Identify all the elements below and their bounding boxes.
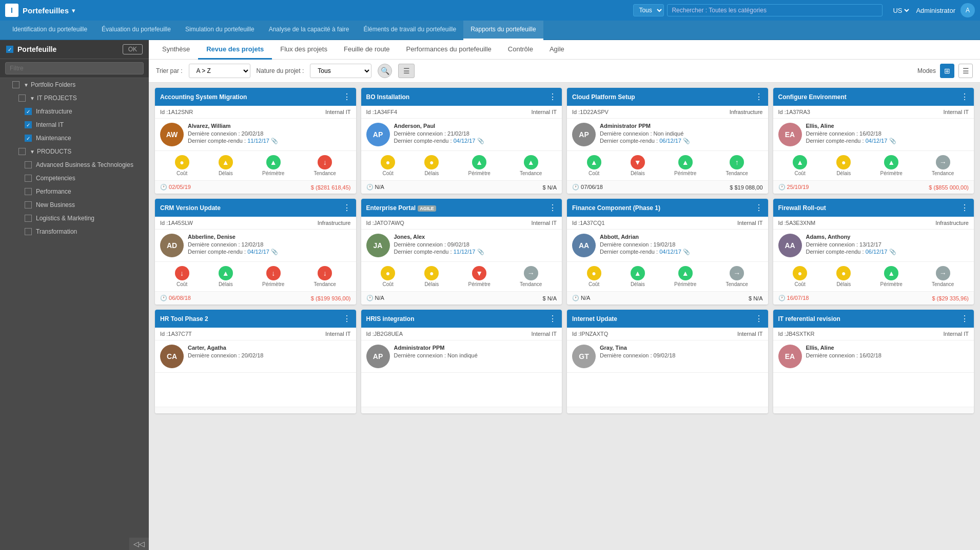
tab-flux[interactable]: Flux des projets (272, 40, 336, 60)
transformation-checkbox[interactable] (25, 228, 32, 235)
last-report-link[interactable]: 06/12/17 (866, 249, 888, 255)
card-menu-button[interactable]: ⋮ (343, 314, 351, 324)
last-login: Dernière connexion : 16/02/18 (806, 352, 969, 358)
last-report: Dernier compte-rendu : 04/12/17 📎 (600, 249, 690, 255)
sidebar-item-logistics-marketing[interactable]: Logistics & Marketing (0, 212, 149, 225)
sidebar-item-performance[interactable]: Performance (0, 185, 149, 198)
competencies-checkbox[interactable] (25, 175, 32, 182)
card-code: Id :JB2G8UEA (366, 331, 403, 337)
last-report-link[interactable]: 04/12/17 (866, 138, 888, 144)
sidebar-item-internal-it[interactable]: ✓ Internal IT (0, 118, 149, 131)
portfolio-dropdown[interactable]: ▾ (72, 7, 75, 14)
maintenance-checkbox[interactable]: ✓ (25, 135, 32, 142)
card-amount: $ ($281 618,45) (311, 184, 351, 191)
trend-indicator-icon: → (936, 155, 950, 169)
card-menu-button[interactable]: ⋮ (343, 203, 351, 213)
internal-it-checkbox[interactable]: ✓ (25, 121, 32, 128)
cost-indicator-icon: ● (381, 155, 395, 169)
tab-controle[interactable]: Contrôle (500, 40, 541, 60)
search-button[interactable]: 🔍 (378, 64, 392, 78)
last-report-link[interactable]: 06/12/17 (659, 138, 681, 144)
card-meta: Id :1A37RA3 Internal IT (773, 106, 974, 119)
toolbar-right: Modes ⊞ ☰ (917, 64, 973, 78)
new-business-checkbox[interactable] (25, 201, 32, 208)
card-menu-button[interactable]: ⋮ (548, 203, 557, 213)
last-report-link[interactable]: 04/12/17 (659, 249, 681, 255)
last-login: Dernière connexion : 09/02/18 (600, 352, 763, 358)
last-report-link[interactable]: 11/12/17 (454, 249, 476, 255)
card-menu-button[interactable]: ⋮ (755, 203, 763, 213)
card-menu-button[interactable]: ⋮ (755, 92, 763, 102)
card-menu-button[interactable]: ⋮ (755, 314, 763, 324)
products-checkbox[interactable] (18, 148, 26, 155)
sidebar-ok-button[interactable]: OK (123, 44, 143, 54)
card-footer (567, 407, 768, 413)
last-report-link[interactable]: 11/12/17 (247, 138, 269, 144)
card-title: Firewall Roll-out (778, 204, 961, 212)
sidebar-item-competencies[interactable]: Competencies (0, 172, 149, 185)
card-menu-button[interactable]: ⋮ (961, 203, 969, 213)
card-footer (155, 407, 356, 413)
nav-tab-evaluation[interactable]: Évaluation du portefeuille (94, 21, 178, 40)
performance-checkbox[interactable] (25, 188, 32, 195)
nav-tab-simulation[interactable]: Simulation du portefeuille (178, 21, 262, 40)
card-menu-button[interactable]: ⋮ (548, 92, 557, 102)
sidebar-all-checkbox[interactable]: ✓ (6, 46, 13, 53)
search-input[interactable] (667, 4, 883, 16)
last-report-link[interactable]: 04/12/17 (247, 249, 269, 255)
sidebar-item-transformation[interactable]: Transformation (0, 225, 149, 238)
person-avatar: AW (160, 123, 184, 146)
card-menu-button[interactable]: ⋮ (548, 314, 557, 324)
sidebar-item-new-business[interactable]: New Business (0, 198, 149, 212)
it-projects-checkbox[interactable] (18, 94, 26, 102)
grid-view-button[interactable]: ⊞ (940, 64, 954, 78)
sidebar: ✓ Portefeuille OK ▼ Portfolio Folders ▼ … (0, 40, 149, 550)
search-type-select[interactable]: Tous (633, 4, 664, 16)
card-amount: $ ($199 936,00) (311, 295, 351, 301)
card-amount: $ ($855 000,00) (929, 184, 969, 191)
sidebar-item-advanced-business[interactable]: Advanced Business & Technologies (0, 158, 149, 172)
trend-indicator-label: Tendance (932, 170, 954, 176)
portfolio-folders-checkbox[interactable] (12, 81, 19, 88)
sidebar-item-products[interactable]: ▼ PRODUCTS (0, 145, 149, 158)
sidebar-item-maintenance[interactable]: ✓ Maintenance (0, 131, 149, 145)
person-info: Abbott, Adrian Dernière connexion : 19/0… (600, 234, 763, 256)
user-avatar[interactable]: A (961, 3, 975, 17)
sidebar-item-portfolio-folders[interactable]: ▼ Portfolio Folders (0, 78, 149, 91)
last-login: Dernière connexion : 19/02/18 (600, 241, 763, 248)
sidebar-collapse-button[interactable]: ◁◁ (129, 538, 149, 550)
nav-tab-analyse[interactable]: Analyse de la capacité à faire (262, 21, 357, 40)
locale-select[interactable]: US (891, 6, 911, 15)
indicator-trend: ↑ Tendance (726, 155, 748, 176)
nav-tab-identification[interactable]: Identification du portefeuille (5, 21, 94, 40)
infrastructure-checkbox[interactable]: ✓ (25, 108, 32, 115)
tab-revue[interactable]: Revue des projets (198, 40, 272, 60)
card-menu-button[interactable]: ⋮ (343, 92, 351, 102)
list-view-button[interactable]: ☰ (958, 64, 973, 78)
tab-synthese[interactable]: Synthèse (154, 40, 198, 60)
card-menu-button[interactable]: ⋮ (961, 314, 969, 324)
filter-button[interactable]: ☰ (398, 64, 415, 78)
logistics-checkbox[interactable] (25, 215, 32, 222)
tab-agile[interactable]: Agile (541, 40, 573, 60)
trend-indicator-label: Tendance (726, 281, 748, 287)
sidebar-item-it-projects[interactable]: ▼ IT PROJECTS (0, 91, 149, 105)
nav-tab-rapports[interactable]: Rapports du portefeuille (463, 21, 543, 40)
card-indicators: ● Coût ● Délais ▼ Périmètre → Tendance (361, 261, 562, 291)
person-avatar: JA (366, 234, 390, 257)
card-menu-button[interactable]: ⋮ (961, 92, 969, 102)
advanced-business-checkbox[interactable] (25, 161, 32, 168)
advanced-business-label: Advanced Business & Technologies (36, 161, 143, 168)
tab-feuille[interactable]: Feuille de route (336, 40, 398, 60)
last-report-link[interactable]: 04/12/17 (454, 138, 476, 144)
indicator-delay: ▲ Délais (631, 266, 645, 287)
tab-performances[interactable]: Performances du portefeuille (398, 40, 500, 60)
sidebar-item-infrastructure[interactable]: ✓ Infrastructure (0, 105, 149, 118)
nav-tab-elements[interactable]: Éléments de travail du portefeuille (356, 21, 463, 40)
person-avatar: EA (778, 345, 802, 368)
nature-select[interactable]: Tous Interne Externe (310, 64, 371, 78)
card-indicators: ● Coût ● Délais ▲ Périmètre → Tendance (773, 261, 974, 291)
sort-select[interactable]: A > Z Z > A Date (189, 64, 250, 78)
sidebar-filter-input[interactable] (5, 62, 144, 74)
person-name: Anderson, Paul (394, 123, 557, 129)
